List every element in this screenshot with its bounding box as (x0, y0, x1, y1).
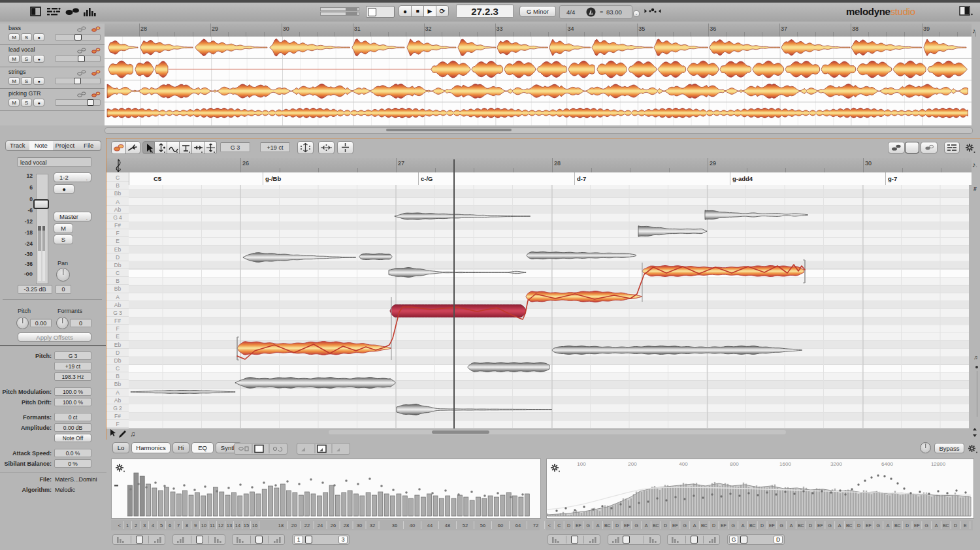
waveform-blob[interactable] (352, 39, 404, 56)
harmonic-bar[interactable] (274, 488, 279, 516)
eq-tilt-slider[interactable] (547, 534, 600, 545)
harmonic-target-dot[interactable] (172, 487, 175, 490)
harmonic-target-dot[interactable] (380, 485, 383, 487)
harmonic-target-dot[interactable] (145, 486, 148, 489)
eq-target-dot[interactable] (896, 482, 898, 484)
harmonics-axis-label[interactable]: 40 (410, 523, 415, 528)
harmonic-target-dot[interactable] (345, 479, 348, 482)
pitch-row[interactable] (129, 185, 969, 189)
harmonics-contour-slider[interactable] (172, 534, 225, 545)
pitch-row[interactable] (129, 229, 969, 237)
panel-layout-icon[interactable] (959, 6, 973, 16)
eq-target-dot[interactable] (683, 498, 685, 500)
eq-target-dot[interactable] (619, 503, 621, 505)
correct-pitch-macro-button[interactable] (297, 141, 314, 154)
harmonic-bar[interactable] (409, 498, 414, 516)
eq-target-dot[interactable] (830, 491, 832, 493)
harmonic-bar[interactable] (146, 484, 151, 516)
harmonics-scroll-icon[interactable]: ♬ (973, 354, 979, 361)
pitch-row[interactable] (129, 246, 969, 253)
track-blobs-active-icon[interactable] (92, 92, 100, 97)
chord-label[interactable]: c-/G (421, 175, 433, 182)
pitch-row[interactable] (129, 277, 969, 285)
harmonics-axis-label[interactable]: 6 (169, 523, 171, 528)
pitch-row[interactable] (129, 221, 969, 229)
harmonic-target-dot[interactable] (154, 481, 157, 484)
harmonic-bar[interactable] (415, 495, 419, 516)
harmonic-bar[interactable] (402, 496, 407, 516)
harmonics-axis-label[interactable]: 9 (194, 523, 197, 528)
clef-icon[interactable] (113, 159, 123, 172)
eq-target-dot[interactable] (757, 494, 759, 496)
piano-key-label[interactable]: F (106, 229, 129, 237)
chord-track[interactable]: C5g-/Bbc-/Gd-7g-add4g-7 (129, 172, 972, 186)
harmonics-axis-label[interactable]: 3 (143, 523, 146, 528)
harmonics-axis-label[interactable]: 8 (186, 523, 188, 528)
eq-note-axis-label[interactable]: A (887, 523, 890, 528)
tempo-block[interactable]: 4/4 = 83.00 (559, 5, 632, 19)
harmonic-bar[interactable] (488, 496, 493, 516)
chord-label[interactable]: C5 (154, 175, 161, 182)
eq-note-axis-label[interactable]: D (906, 523, 909, 528)
harmonic-target-dot[interactable] (470, 491, 473, 493)
harmonic-bar[interactable] (280, 484, 285, 516)
eq-note-axis-label[interactable]: EF (721, 523, 727, 528)
pitch-row[interactable] (129, 301, 969, 309)
blob-focus-button[interactable] (905, 142, 919, 154)
monitor-slider-top[interactable] (320, 7, 359, 11)
harmonics-axis-label[interactable]: 48 (445, 523, 450, 528)
piano-key-label[interactable]: Bb (106, 380, 129, 388)
harmonics-axis-label[interactable]: 60 (498, 523, 503, 528)
harmonic-bar[interactable] (335, 495, 340, 516)
playback-volume-knob[interactable] (368, 8, 376, 16)
harmonic-bar[interactable] (464, 497, 468, 516)
eq-range-knob[interactable] (740, 536, 747, 543)
harmonic-target-dot[interactable] (431, 492, 434, 494)
track-rec-button[interactable]: ● (33, 55, 44, 63)
harmonic-target-dot[interactable] (263, 481, 265, 484)
harmonic-bar[interactable] (353, 494, 358, 516)
eq-note-axis-label[interactable]: EF (576, 523, 581, 528)
harmonics-range-slider[interactable]: 13 (292, 534, 350, 545)
harmonic-bar[interactable] (439, 498, 444, 516)
eq-note-axis-label[interactable]: D (567, 523, 570, 528)
piano-key-label[interactable]: A (106, 293, 129, 301)
track-fader[interactable] (55, 34, 101, 40)
harmonic-target-dot[interactable] (129, 488, 132, 491)
show-blobs-button[interactable] (111, 141, 126, 154)
eq-note-axis-label[interactable]: G (586, 523, 589, 528)
track-mute-button[interactable]: M (8, 77, 20, 85)
eq-range-low-value[interactable]: G (729, 536, 738, 543)
track-solo-button[interactable]: S (21, 55, 32, 63)
inspector-value-field[interactable]: 0 ct (54, 413, 91, 421)
eq-note-axis-label[interactable]: EF (817, 523, 823, 528)
eq-note-axis-label[interactable]: G (779, 523, 783, 528)
track-fader[interactable] (55, 78, 101, 84)
harmonics-axis-label[interactable]: 5 (160, 523, 163, 528)
eq-note-axis-label[interactable]: EF (769, 523, 775, 528)
harmonic-target-dot[interactable] (497, 492, 499, 494)
solo-button[interactable]: S (54, 235, 73, 244)
eq-note-axis-label[interactable]: D (809, 523, 812, 528)
chord-label[interactable]: g-add4 (732, 175, 753, 182)
eq-note-axis-label[interactable]: A (935, 523, 938, 528)
harmonic-bar[interactable] (342, 493, 346, 516)
piano-key-label[interactable]: Ab (106, 396, 129, 404)
waveform-blob[interactable] (472, 61, 503, 78)
track-solo-button[interactable]: S (21, 77, 32, 85)
harmonic-bar[interactable] (158, 491, 163, 516)
eq-note-axis-label[interactable]: G (876, 523, 879, 528)
harmonic-bar[interactable] (262, 489, 267, 516)
track-mute-button[interactable]: M (8, 33, 20, 41)
harmonics-axis-label[interactable]: 52 (463, 523, 468, 528)
eq-target-dot[interactable] (601, 505, 603, 507)
pan-knob[interactable] (56, 268, 70, 282)
eq-note-axis-label[interactable]: BC (701, 523, 708, 528)
harmonic-bar[interactable] (513, 496, 517, 516)
pitch-row[interactable] (129, 332, 969, 340)
eq-note-axis-label[interactable]: EF (672, 523, 678, 528)
track-list-button[interactable] (944, 142, 960, 154)
eq-note-axis-label[interactable]: G (634, 523, 638, 528)
eq-target-dot[interactable] (738, 494, 740, 496)
eq-dynamics-knob[interactable] (691, 536, 698, 543)
